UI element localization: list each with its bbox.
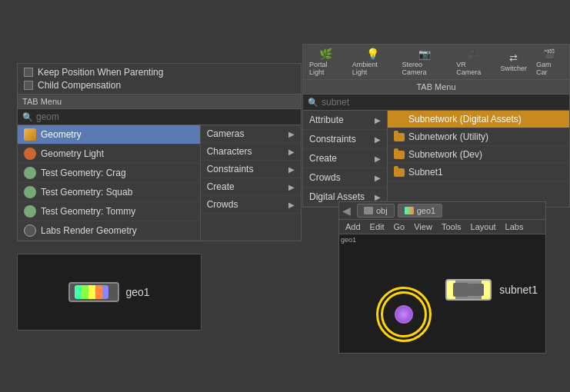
sidebar-test-geo-tommy-label: Test Geometry: Tommy bbox=[41, 206, 135, 217]
gam-car-btn[interactable]: 🎬 Gam Car bbox=[532, 46, 568, 78]
subnet1-node-body bbox=[468, 284, 484, 296]
sidebar-geometry-light-label: Geometry Light bbox=[41, 148, 104, 159]
geo1-node: geo1 bbox=[68, 282, 149, 302]
subnetwork-dev-folder-icon bbox=[394, 151, 405, 159]
vr-camera-btn[interactable]: 🎥 VR Camera bbox=[452, 46, 495, 78]
left-search-bar[interactable]: 🔍 bbox=[18, 109, 301, 125]
ambient-light-icon: 💡 bbox=[365, 48, 380, 60]
subnetwork-utility-item[interactable]: Subnetwork (Utility) bbox=[388, 128, 569, 146]
portal-light-btn[interactable]: 🌿 Portal Light bbox=[305, 46, 348, 78]
viewport-content: geo1 subnet1 bbox=[339, 234, 545, 345]
submenu-create-label: Create bbox=[207, 181, 235, 192]
left-search-input[interactable] bbox=[36, 111, 296, 122]
stereo-camera-btn[interactable]: 📷 Stereo Camera bbox=[398, 46, 452, 78]
submenu-cameras-arrow: ▶ bbox=[288, 130, 295, 138]
portal-light-label: Portal Light bbox=[309, 61, 343, 76]
right-search-icon: 🔍 bbox=[308, 98, 318, 108]
sidebar-item-test-geo-crag[interactable]: Test Geometry: Crag bbox=[18, 164, 200, 183]
subnetwork-utility-folder-icon bbox=[394, 133, 405, 141]
subnetwork-digital-assets-label: Subnetwork (Digital Assets) bbox=[408, 114, 522, 125]
submenu-characters[interactable]: Characters ▶ bbox=[201, 143, 301, 161]
right-tab-menu-title: TAB Menu bbox=[416, 82, 455, 91]
gradient-seg-5 bbox=[102, 285, 109, 299]
add-btn[interactable]: Add bbox=[344, 221, 362, 232]
submenu-create[interactable]: Create ▶ bbox=[201, 178, 301, 196]
create-arrow: ▶ bbox=[375, 154, 381, 163]
submenu-cameras[interactable]: Cameras ▶ bbox=[201, 125, 301, 143]
tab-obj[interactable]: obj bbox=[357, 204, 395, 218]
child-compensation-label: Child Compensation bbox=[38, 80, 121, 91]
submenu-constraints-label: Constraints bbox=[207, 164, 254, 174]
switcher-icon: ⇄ bbox=[506, 51, 522, 64]
right-menu-create[interactable]: Create ▶ bbox=[303, 149, 387, 168]
right-toolbar-row: 🌿 Portal Light 💡 Ambient Light 📷 Stereo … bbox=[303, 45, 569, 80]
right-left-col: Attribute ▶ Constraints ▶ Create ▶ Crowd… bbox=[303, 111, 388, 207]
submenu-cameras-label: Cameras bbox=[207, 128, 245, 139]
subnet1-item[interactable]: Subnet1 bbox=[388, 164, 569, 181]
ambient-light-btn[interactable]: 💡 Ambient Light bbox=[348, 46, 398, 78]
geo1-tab-label: geo1 bbox=[417, 206, 435, 215]
sidebar-item-geometry-light[interactable]: Geometry Light bbox=[18, 145, 200, 164]
keep-position-row[interactable]: Keep Position When Parenting bbox=[24, 67, 295, 78]
sidebar-geometry-label: Geometry bbox=[41, 129, 82, 140]
geo1-folder-icon bbox=[405, 207, 414, 214]
digital-assets-label: Digital Assets bbox=[309, 191, 365, 202]
child-compensation-checkbox[interactable] bbox=[24, 81, 33, 90]
sidebar-item-labs-render-geo[interactable]: Labs Render Geometry bbox=[18, 221, 200, 241]
gam-car-icon: 🎬 bbox=[542, 48, 557, 60]
tools-btn[interactable]: Tools bbox=[440, 221, 463, 232]
crowds-label: Crowds bbox=[309, 172, 341, 183]
subnetwork-dev-item[interactable]: Subnetwork (Dev) bbox=[388, 146, 569, 164]
child-compensation-row[interactable]: Child Compensation bbox=[24, 80, 295, 91]
left-tab-menu-bar: TAB Menu bbox=[18, 95, 301, 109]
sidebar-item-test-geo-squab[interactable]: Test Geometry: Squab bbox=[18, 183, 200, 202]
sidebar-item-geometry[interactable]: Geometry bbox=[18, 125, 200, 145]
right-search-input[interactable] bbox=[322, 97, 565, 108]
view-btn[interactable]: View bbox=[412, 221, 434, 232]
subnetwork-dev-label: Subnetwork (Dev) bbox=[408, 149, 482, 160]
sidebar-item-test-geo-tommy[interactable]: Test Geometry: Tommy bbox=[18, 202, 200, 221]
subnetwork-digital-assets-item[interactable]: Subnetwork (Digital Assets) bbox=[388, 111, 569, 128]
geo1-gradient-bar bbox=[75, 285, 108, 299]
purple-circle bbox=[381, 291, 427, 337]
constraints-label: Constraints bbox=[309, 134, 356, 145]
submenu-constraints[interactable]: Constraints ▶ bbox=[201, 161, 301, 178]
submenu-crowds-label: Crowds bbox=[207, 199, 238, 210]
sidebar-labs-render-geo-label: Labs Render Geometry bbox=[41, 225, 137, 236]
gradient-seg-1 bbox=[75, 285, 82, 299]
right-menu-container: Attribute ▶ Constraints ▶ Create ▶ Crowd… bbox=[303, 111, 569, 207]
subnet1-node: subnet1 bbox=[445, 279, 538, 301]
stereo-camera-label: Stereo Camera bbox=[402, 61, 448, 76]
bottom-left-viewport: geo1 bbox=[17, 254, 202, 331]
right-menu-attribute[interactable]: Attribute ▶ bbox=[303, 111, 387, 130]
purple-circle-inner bbox=[395, 305, 413, 324]
geo1-label: geo1 bbox=[125, 286, 149, 298]
viewport-tab-bar: ◀ obj geo1 bbox=[339, 202, 545, 220]
viewport-info-label: geo1 bbox=[341, 236, 356, 244]
geometry-icon bbox=[24, 128, 36, 141]
edit-btn[interactable]: Edit bbox=[368, 221, 386, 232]
go-btn[interactable]: Go bbox=[392, 221, 407, 232]
right-tab-menu-bar: TAB Menu bbox=[303, 80, 569, 95]
test-geo-squab-icon bbox=[24, 186, 36, 198]
digital-assets-arrow: ▶ bbox=[375, 193, 381, 201]
subnetwork-digital-assets-folder-icon bbox=[394, 115, 405, 124]
create-label: Create bbox=[309, 153, 337, 164]
labs-btn[interactable]: Labs bbox=[504, 221, 525, 232]
labs-render-geo-icon bbox=[24, 224, 36, 237]
back-arrow-icon[interactable]: ◀ bbox=[342, 204, 351, 217]
right-search-bar[interactable]: 🔍 bbox=[303, 95, 569, 111]
layout-btn[interactable]: Layout bbox=[469, 221, 498, 232]
subnetwork-utility-label: Subnetwork (Utility) bbox=[408, 131, 488, 142]
keep-position-label: Keep Position When Parenting bbox=[38, 67, 163, 78]
right-menu-constraints[interactable]: Constraints ▶ bbox=[303, 130, 387, 149]
left-sidebar: Geometry Geometry Light Test Geometry: C… bbox=[18, 125, 200, 241]
vr-camera-label: VR Camera bbox=[456, 61, 491, 76]
submenu-crowds[interactable]: Crowds ▶ bbox=[201, 196, 301, 214]
right-menu-crowds[interactable]: Crowds ▶ bbox=[303, 168, 387, 188]
vr-camera-icon: 🎥 bbox=[466, 48, 482, 60]
switcher-btn[interactable]: ⇄ Switcher bbox=[495, 50, 532, 74]
keep-position-checkbox[interactable] bbox=[24, 68, 33, 77]
submenu-create-arrow: ▶ bbox=[288, 183, 295, 191]
tab-geo1[interactable]: geo1 bbox=[398, 204, 442, 218]
